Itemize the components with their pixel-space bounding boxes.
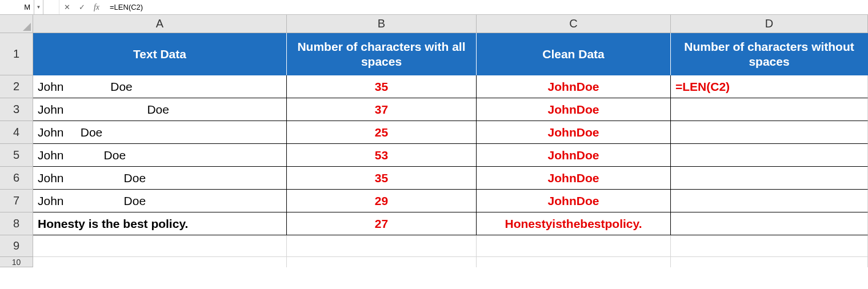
cell-a3[interactable]: John Doe [33, 98, 287, 121]
formula-input[interactable]: =LEN(C2) [104, 0, 868, 14]
cell-c4[interactable]: JohnDoe [477, 121, 671, 144]
cell-b10[interactable] [287, 257, 477, 267]
cell-c8[interactable]: Honestyisthebestpolicy. [477, 212, 671, 235]
cell-c9[interactable] [477, 235, 671, 257]
cell-b8[interactable]: 27 [287, 212, 477, 235]
cell-d5[interactable] [671, 144, 868, 167]
col-header-d[interactable]: D [671, 15, 868, 33]
row-header-5[interactable]: 5 [0, 144, 33, 167]
row-header-9[interactable]: 9 [0, 235, 33, 257]
cell-b3[interactable]: 37 [287, 98, 477, 121]
cell-d2[interactable]: =LEN(C2) [671, 75, 868, 98]
row-header-8[interactable]: 8 [0, 212, 33, 235]
cell-a6[interactable]: John Doe [33, 167, 287, 190]
spreadsheet-grid: 1 2 3 4 5 6 7 8 9 10 A B C D Text Data N… [0, 15, 868, 289]
row-headers: 1 2 3 4 5 6 7 8 9 10 [0, 33, 33, 267]
cell-a5[interactable]: John Doe [33, 144, 287, 167]
enter-icon[interactable]: ✓ [74, 0, 89, 14]
cell-c5[interactable]: JohnDoe [477, 144, 671, 167]
cell-a1[interactable]: Text Data [33, 33, 287, 75]
cell-d10[interactable] [671, 257, 868, 267]
row-header-1[interactable]: 1 [0, 33, 33, 75]
col-header-a[interactable]: A [33, 15, 287, 33]
row-header-3[interactable]: 3 [0, 98, 33, 121]
cell-b2[interactable]: 35 [287, 75, 477, 98]
cell-c10[interactable] [477, 257, 671, 267]
cell-d4[interactable] [671, 121, 868, 144]
cell-b4[interactable]: 25 [287, 121, 477, 144]
cells-area: Text Data Number of characters with all … [33, 33, 868, 289]
cell-a7[interactable]: John Doe [33, 190, 287, 212]
cell-b5[interactable]: 53 [287, 144, 477, 167]
col-header-c[interactable]: C [477, 15, 671, 33]
cell-c1[interactable]: Clean Data [477, 33, 671, 75]
cancel-icon[interactable]: ✕ [59, 0, 74, 14]
col-header-b[interactable]: B [287, 15, 477, 33]
name-box-dropdown-icon[interactable]: ▼ [34, 0, 43, 14]
cell-d6[interactable] [671, 167, 868, 190]
cell-b7[interactable]: 29 [287, 190, 477, 212]
select-all-corner[interactable] [0, 15, 33, 33]
row-header-10[interactable]: 10 [0, 257, 33, 267]
cell-a10[interactable] [33, 257, 287, 267]
cell-d7[interactable] [671, 190, 868, 212]
cell-c6[interactable]: JohnDoe [477, 167, 671, 190]
row-header-7[interactable]: 7 [0, 190, 33, 212]
cell-a4[interactable]: John Doe [33, 121, 287, 144]
row-header-6[interactable]: 6 [0, 167, 33, 190]
cell-a2[interactable]: John Doe [33, 75, 287, 98]
cell-d8[interactable] [671, 212, 868, 235]
row-header-2[interactable]: 2 [0, 75, 33, 98]
cell-c7[interactable]: JohnDoe [477, 190, 671, 212]
cell-c2[interactable]: JohnDoe [477, 75, 671, 98]
cell-b6[interactable]: 35 [287, 167, 477, 190]
column-headers: A B C D [33, 15, 868, 33]
cell-a9[interactable] [33, 235, 287, 257]
cell-b1[interactable]: Number of characters with all spaces [287, 33, 477, 75]
row-header-4[interactable]: 4 [0, 121, 33, 144]
formula-bar: M ▼ ✕ ✓ fx =LEN(C2) [0, 0, 868, 15]
cell-a8[interactable]: Honesty is the best policy. [33, 212, 287, 235]
formula-bar-spacer [43, 0, 59, 14]
cell-d9[interactable] [671, 235, 868, 257]
cell-d3[interactable] [671, 98, 868, 121]
name-box[interactable]: M [0, 0, 34, 14]
cell-d1[interactable]: Number of characters without spaces [671, 33, 868, 75]
cell-b9[interactable] [287, 235, 477, 257]
cell-c3[interactable]: JohnDoe [477, 98, 671, 121]
fx-icon[interactable]: fx [89, 0, 104, 14]
